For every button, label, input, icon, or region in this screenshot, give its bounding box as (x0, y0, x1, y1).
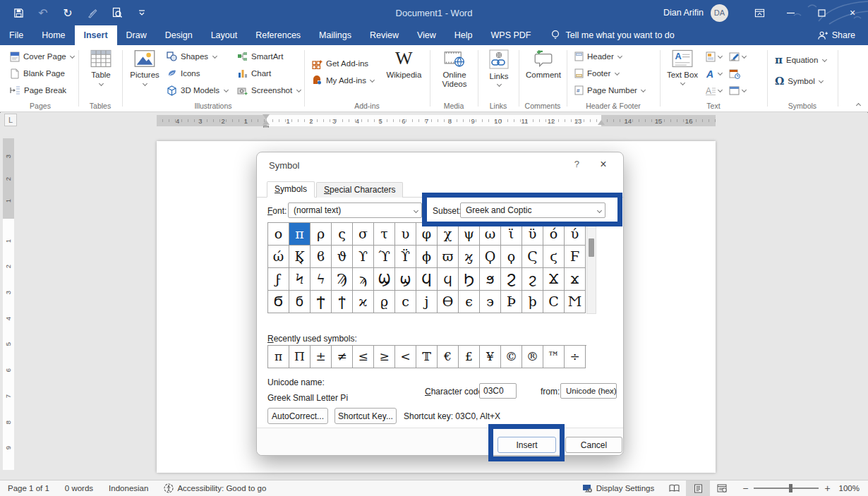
word-count[interactable]: 0 words (57, 480, 101, 496)
pictures-button[interactable]: Pictures (128, 49, 162, 87)
hanging-indent-marker[interactable] (263, 120, 270, 125)
first-line-indent-marker[interactable] (263, 114, 270, 119)
dialog-tab[interactable]: Special Characters (316, 182, 403, 198)
customize-qat-button[interactable] (135, 6, 149, 20)
recent-symbol-cell[interactable]: £ (459, 346, 480, 368)
symbol-cell-selected[interactable]: π (289, 223, 311, 246)
cover-page-button[interactable]: Cover Page (8, 49, 78, 64)
ribbon-tab[interactable]: File (0, 25, 32, 45)
recent-symbol-cell[interactable]: π (268, 346, 289, 368)
symbol-cell[interactable]: ϫ (565, 268, 586, 291)
symbol-cell[interactable]: ϛ (543, 246, 565, 268)
symbol-cell[interactable]: ϵ (459, 291, 480, 313)
recent-symbol-cell[interactable]: ¥ (480, 346, 501, 368)
symbol-cell[interactable]: ϝ (268, 268, 289, 291)
symbol-cell[interactable]: ϱ (374, 291, 395, 313)
recent-symbol-cell[interactable]: 𝕋 (416, 346, 438, 368)
user-name[interactable]: Dian Arifin (663, 8, 704, 18)
screenshot-button[interactable]: Screenshot (235, 83, 300, 98)
accessibility-status[interactable]: Accessibility: Good to go (156, 480, 274, 496)
ribbon-tab[interactable]: Help (445, 25, 482, 45)
wordart-icon[interactable]: A (705, 68, 716, 79)
recent-symbol-cell[interactable]: < (395, 346, 416, 368)
save-button[interactable] (11, 6, 25, 20)
symbol-cell[interactable]: Ϙ (480, 246, 501, 268)
symbol-cell[interactable]: ϡ (353, 268, 374, 291)
recent-symbol-cell[interactable]: ≠ (332, 346, 353, 368)
my-addins-button[interactable]: My Add-ins (310, 73, 382, 88)
symbol-cell[interactable]: σ (353, 223, 374, 246)
quick-parts-icon[interactable] (705, 52, 716, 62)
undo-button[interactable]: ↶ (36, 6, 50, 20)
language-indicator[interactable]: Indonesian (101, 480, 156, 496)
tell-me-box[interactable]: Tell me what you want to do (550, 25, 675, 45)
recent-symbol-cell[interactable]: ≥ (374, 346, 395, 368)
date-time-icon[interactable] (729, 68, 740, 79)
ribbon-tab[interactable]: References (246, 25, 310, 45)
symbol-cell[interactable]: ϸ (522, 291, 543, 313)
display-settings-button[interactable]: Display Settings (574, 480, 662, 496)
symbol-cell[interactable]: ϐ (311, 246, 332, 268)
ribbon-tab[interactable]: Review (361, 25, 408, 45)
icons-button[interactable]: Icons (164, 66, 231, 81)
symbol-cell[interactable]: ϴ (438, 291, 459, 313)
help-icon[interactable]: ? (574, 159, 579, 169)
ribbon-tab[interactable]: View (408, 25, 445, 45)
cancel-button[interactable]: Cancel (565, 437, 622, 453)
blank-page-button[interactable]: Blank Page (8, 66, 78, 81)
symbol-cell[interactable]: Ϲ (543, 291, 565, 313)
symbol-cell[interactable]: Ϩ (501, 268, 522, 291)
symbol-cell[interactable]: ο (268, 223, 289, 246)
symbol-cell[interactable]: ϧ (480, 268, 501, 291)
symbol-cell[interactable]: Ϻ (565, 291, 586, 313)
symbol-cell[interactable]: Ϭ (268, 291, 289, 313)
page-break-button[interactable]: Page Break (8, 83, 78, 98)
print-layout-button[interactable] (686, 480, 710, 496)
symbol-cell[interactable]: Ϛ (522, 246, 543, 268)
zoom-out-button[interactable]: − (742, 483, 748, 494)
table-button[interactable]: Table (85, 49, 117, 87)
get-addins-button[interactable]: Get Add-ins (310, 56, 382, 71)
symbol-cell[interactable]: ϳ (416, 291, 438, 313)
footer-button[interactable]: Footer (572, 66, 649, 81)
ribbon-tab[interactable]: Insert (75, 25, 117, 45)
symbol-cell[interactable]: ρ (311, 223, 332, 246)
read-mode-button[interactable] (662, 480, 686, 496)
recent-symbol-cell[interactable]: Π (289, 346, 311, 368)
dialog-tab[interactable]: Symbols (267, 181, 315, 198)
tab-selector[interactable]: L (4, 114, 17, 126)
character-code-input[interactable] (479, 383, 517, 399)
recent-symbol-cell[interactable]: € (438, 346, 459, 368)
symbol-cell[interactable]: Ϥ (416, 268, 438, 291)
drop-cap-icon[interactable]: A (705, 85, 716, 96)
symbol-cell[interactable]: ώ (268, 246, 289, 268)
symbol-cell[interactable]: Ϡ (332, 268, 353, 291)
symbol-cell[interactable]: ϑ (332, 246, 353, 268)
ribbon-tab[interactable]: Home (32, 25, 74, 45)
share-button[interactable]: Share (804, 25, 868, 45)
page-indicator[interactable]: Page 1 of 1 (0, 480, 57, 496)
symbol-cell[interactable]: Ϝ (565, 246, 586, 268)
symbol-cell[interactable]: υ (395, 223, 416, 246)
object-icon[interactable] (729, 85, 740, 96)
recent-symbol-cell[interactable]: ± (311, 346, 332, 368)
from-select[interactable]: Unicode (hex) (560, 383, 617, 399)
ribbon-tab[interactable]: Layout (202, 25, 247, 45)
text-box-button[interactable]: A Text Box (665, 49, 699, 86)
symbol-cell[interactable]: ϔ (395, 246, 416, 268)
symbol-cell[interactable]: ϖ (438, 246, 459, 268)
recent-symbol-cell[interactable]: ™ (543, 346, 565, 368)
pen-button[interactable] (85, 6, 100, 20)
maximize-button[interactable] (806, 0, 837, 25)
symbol-cell[interactable]: ϙ (501, 246, 522, 268)
page-number-button[interactable]: # Page Number (572, 83, 649, 98)
symbol-cell[interactable]: ϯ (332, 291, 353, 313)
autocorrect-button[interactable]: AutoCorrect... (267, 408, 328, 424)
symbol-cell[interactable]: Ϯ (311, 291, 332, 313)
dialog-close-button[interactable]: × (592, 155, 615, 174)
grid-scrollbar[interactable] (586, 222, 596, 314)
font-select[interactable]: (normal text) (288, 202, 422, 218)
recent-symbol-cell[interactable]: © (501, 346, 522, 368)
ribbon-tab[interactable]: Mailings (310, 25, 361, 45)
vertical-ruler[interactable]: 321 123456789 (3, 128, 14, 480)
